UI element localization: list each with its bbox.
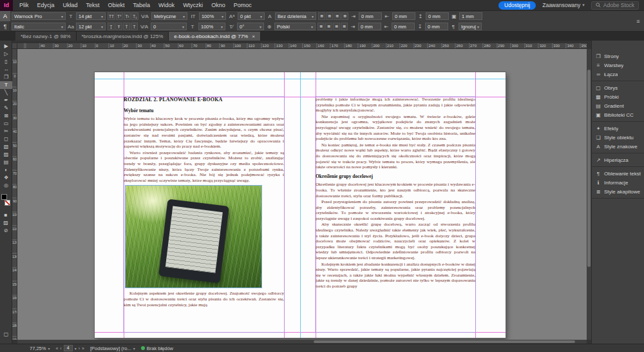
vertical-scrollbar-thumb[interactable] [587, 70, 591, 268]
panel-probki[interactable]: ▩Próbki [592, 92, 644, 101]
selection-tool[interactable]: ▶ [0, 43, 12, 50]
tab-close-icon[interactable]: × [252, 34, 255, 39]
vertical-scrollbar[interactable] [587, 49, 591, 340]
panel-style-obiektu[interactable]: ❏Style obiektu [592, 133, 644, 142]
justify-buttons-2[interactable]: ≣ [334, 12, 341, 20]
control-panel-menu-icon[interactable]: ≡ [634, 11, 642, 32]
panel-informacje[interactable]: ℹInformacje [592, 178, 644, 187]
panel-hiperlacza[interactable]: ↗Hiperłącza [592, 155, 644, 164]
screen-mode-button[interactable]: ▢ [0, 331, 12, 338]
space-after-field[interactable]: 0 mm [425, 23, 448, 30]
first-line-indent-field[interactable]: 0 mm [358, 23, 381, 30]
panel-strony[interactable]: ❐Strony [592, 52, 644, 61]
horizontal-ruler[interactable]: 4030201001020304050607080901001101201301… [17, 43, 587, 49]
menu-item-8[interactable]: Okno [211, 2, 225, 8]
ruler-origin-corner[interactable] [12, 43, 17, 49]
color-theme-tool[interactable]: ◐ [0, 166, 12, 174]
fill-swatch[interactable] [1, 194, 7, 200]
content-collector-tool[interactable]: ❐ [0, 73, 12, 81]
underline-strike-buttons-2[interactable]: Ṫ [123, 23, 130, 30]
align-buttons-0[interactable]: ≣ [317, 23, 325, 30]
paragraph-formatting-toggle[interactable]: ¶ [0, 21, 10, 32]
document-tab-3[interactable]: e-book-o-ebookach.indd @ 77%× [169, 32, 261, 41]
next-page-button[interactable]: › [79, 346, 80, 351]
hyphenation-combo[interactable]: Bez dzielenia▾ [275, 12, 316, 20]
menu-item-4[interactable]: Obiekt [108, 2, 125, 8]
stroke-swatch[interactable] [5, 200, 10, 206]
panel-style-akapitowe[interactable]: ≣Style akapitowe [592, 187, 644, 196]
apply-none-button[interactable]: ⊘ [0, 227, 12, 235]
panel-oblewanie-tekstem[interactable]: ¶Oblewanie tekstem [592, 169, 644, 178]
ereader-photo[interactable] [125, 185, 262, 288]
share-button[interactable]: Udostępnij [498, 1, 536, 10]
gradient-feather-tool[interactable]: ▨ [0, 151, 12, 159]
text-frame-right[interactable]: problemy i jakie informacje mogą ich zai… [316, 97, 475, 332]
font-size-combo[interactable]: 14 pkt▾ [76, 12, 106, 20]
font-family-combo[interactable]: Warnock Pro▾ [12, 12, 66, 20]
underline-strike-buttons-0[interactable]: Ṯ [108, 23, 115, 30]
menu-item-5[interactable]: Tabela [133, 2, 151, 8]
indent-left-field[interactable]: 0 mm [359, 12, 382, 20]
menu-item-7[interactable]: Wtyczki [183, 2, 203, 8]
align-buttons-2[interactable]: ≣ [333, 23, 340, 30]
page-tool[interactable]: ▯ [0, 58, 12, 66]
last-page-button[interactable]: » [82, 346, 84, 351]
panel-warstwy[interactable]: ≡Warstwy [592, 61, 644, 70]
apply-color-button[interactable]: ■ [0, 211, 12, 219]
justify-buttons-1[interactable]: ≣ [326, 12, 333, 20]
previous-page-button[interactable]: ‹ [60, 346, 61, 351]
stock-search-input[interactable]: Adobe Stock [591, 1, 639, 10]
horizontal-scale-combo[interactable]: 100%▾ [198, 23, 225, 30]
menu-item-6[interactable]: Widok [158, 2, 175, 8]
last-line-indent-field[interactable]: 0 mm [392, 23, 415, 30]
preflight-profile-combo[interactable]: [Podstawowy] (ro... ▾ [90, 346, 135, 351]
page-number-field[interactable]: 4 [64, 345, 73, 351]
panel-biblioteki-cc[interactable]: ▣Biblioteki CC [592, 110, 644, 119]
zoom-level-combo[interactable]: 77,25% ▾ [30, 346, 50, 351]
space-before-field[interactable]: 0 mm [426, 12, 449, 20]
drop-cap-field[interactable]: 1 mm [459, 12, 482, 20]
free-transform-tool[interactable]: ◻ [0, 135, 12, 143]
leading-combo[interactable]: 12 pkt▾ [76, 23, 106, 30]
workspace-switcher[interactable]: Zaawansowany ▾ [542, 2, 585, 8]
document-tab-2[interactable]: *broszka-marginesow.indd @ 125% [77, 32, 169, 41]
direct-selection-tool[interactable]: ▷ [0, 50, 12, 58]
skew-combo[interactable]: 0°▾ [237, 23, 264, 30]
menu-item-2[interactable]: Układ [63, 2, 78, 8]
indent-right-field[interactable]: 0 mm [392, 12, 415, 20]
zoom-tool[interactable]: ◎ [0, 182, 12, 190]
preflight-status[interactable]: Brak błędów [141, 346, 173, 351]
language-combo[interactable]: Polski▾ [274, 23, 316, 30]
menu-item-1[interactable]: Edycja [37, 2, 55, 8]
panel-efekty[interactable]: ✦Efekty [592, 124, 644, 133]
case-buttons-0[interactable]: TT [108, 12, 115, 20]
baseline-shift-combo[interactable]: 0 pkt▾ [238, 12, 265, 20]
baseline-grid-combo[interactable]: Ignoruj▾ [459, 23, 482, 30]
hand-tool[interactable]: ❖ [0, 174, 12, 182]
first-page-button[interactable]: « [55, 346, 58, 351]
apply-gradient-button[interactable]: ▨ [0, 219, 12, 227]
vertical-scale-combo[interactable]: 100%▾ [199, 12, 226, 20]
type-tool[interactable]: T [0, 81, 12, 89]
pencil-tool[interactable]: ✎ [0, 104, 12, 112]
tracking-combo[interactable]: 0▾ [151, 23, 187, 30]
document-tab-1[interactable]: *Bez nazwy-1 @ 98% [15, 32, 77, 41]
underline-strike-buttons-3[interactable]: T [131, 23, 138, 30]
rectangle-frame-tool[interactable]: ⊠ [0, 112, 12, 120]
font-style-combo[interactable]: Italic▾ [12, 23, 66, 30]
pen-tool[interactable]: ✒ [0, 97, 12, 104]
character-formatting-toggle[interactable]: A [0, 11, 10, 21]
panel-style-znakowe[interactable]: AStyle znakowe [592, 142, 644, 151]
vertical-ruler[interactable]: 1001020304050607080901001101201301401501… [12, 49, 17, 340]
panel-lacza[interactable]: ∞Łącza [592, 70, 644, 79]
justify-buttons-0[interactable]: ≣ [318, 12, 325, 20]
underline-strike-buttons-1[interactable]: Ŧ [115, 23, 122, 30]
justify-buttons-3[interactable]: ≣ [341, 12, 348, 20]
app-logo[interactable]: Id [0, 0, 13, 11]
align-buttons-3[interactable]: ≣ [341, 23, 348, 30]
panel-gradient[interactable]: ▤Gradient [592, 101, 644, 110]
menu-item-9[interactable]: Pomoc [234, 2, 252, 8]
menu-item-0[interactable]: Plik [19, 2, 29, 8]
panel-obrys[interactable]: ▢Obrys [592, 83, 644, 92]
horizontal-scrollbar-thumb[interactable] [314, 340, 576, 343]
